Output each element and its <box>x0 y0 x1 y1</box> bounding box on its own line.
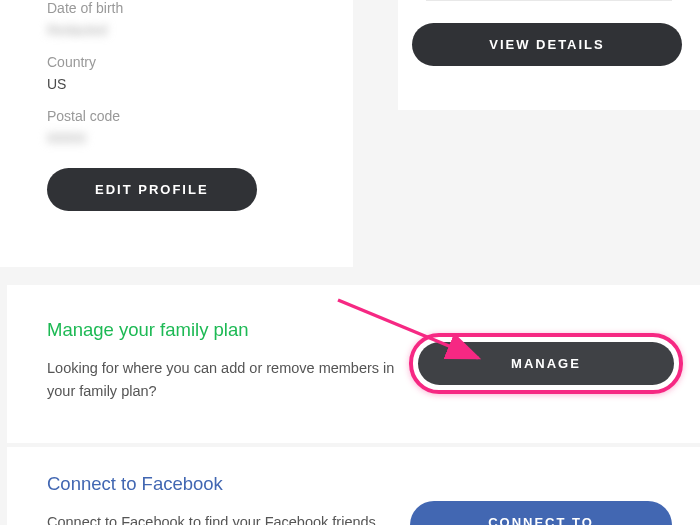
facebook-button-wrap: CONNECT TO FACEBOOK <box>410 501 672 525</box>
postal-field: Postal code 00000 <box>0 108 353 146</box>
family-plan-description: Looking for where you can add or remove … <box>47 357 397 403</box>
edit-profile-button[interactable]: EDIT PROFILE <box>47 168 257 211</box>
dob-field: Date of birth Redacted <box>0 0 353 38</box>
facebook-card: Connect to Facebook Connect to Facebook … <box>7 447 700 525</box>
connect-facebook-button[interactable]: CONNECT TO FACEBOOK <box>410 501 672 525</box>
view-details-button[interactable]: VIEW DETAILS <box>412 23 682 66</box>
family-plan-card: Manage your family plan Looking for wher… <box>7 285 700 443</box>
facebook-description: Connect to Facebook to find your Faceboo… <box>47 511 407 525</box>
postal-value: 00000 <box>47 130 353 146</box>
profile-card: Date of birth Redacted Country US Postal… <box>0 0 353 267</box>
dob-label: Date of birth <box>47 0 353 16</box>
postal-label: Postal code <box>47 108 353 124</box>
annotation-highlight-box: MANAGE <box>409 333 683 394</box>
subscription-card: VIEW DETAILS <box>398 0 700 110</box>
country-label: Country <box>47 54 353 70</box>
facebook-title: Connect to Facebook <box>47 473 700 495</box>
country-value: US <box>47 76 353 92</box>
divider <box>426 0 672 1</box>
manage-button[interactable]: MANAGE <box>418 342 674 385</box>
dob-value: Redacted <box>47 22 353 38</box>
country-field: Country US <box>0 54 353 92</box>
